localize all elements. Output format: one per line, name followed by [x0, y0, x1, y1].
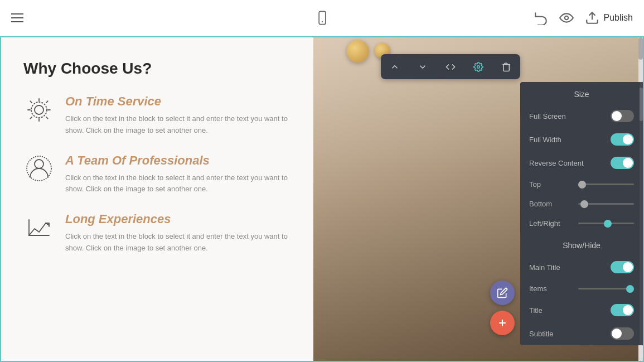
delete-button[interactable]	[492, 54, 520, 79]
canvas-area: Why Choose Us? On Time Service Click on …	[0, 36, 644, 362]
left-right-slider-thumb	[604, 220, 612, 228]
feature-item-3: Long Experiences Click on the text in th…	[23, 212, 291, 254]
full-width-label: Full Width	[529, 136, 561, 144]
full-width-row: Full Width	[520, 128, 643, 151]
feature-text-1: On Time Service Click on the text in the…	[65, 94, 291, 137]
person-icon	[23, 153, 54, 184]
undo-button[interactable]	[534, 11, 548, 25]
gear-icon	[23, 94, 54, 125]
reverse-content-toggle[interactable]	[611, 157, 634, 169]
items-label: Items	[529, 284, 547, 293]
svg-point-10	[477, 65, 480, 68]
left-right-slider[interactable]	[578, 223, 634, 224]
bottom-slider-thumb	[580, 200, 588, 208]
publish-button[interactable]: Publish	[585, 11, 633, 25]
items-slider-row: Items	[520, 279, 643, 298]
top-slider-thumb	[578, 181, 586, 189]
header-left	[11, 13, 23, 22]
full-screen-row: Full Screen	[520, 104, 643, 128]
left-right-slider-row: Left/Right	[520, 214, 643, 233]
svg-point-4	[35, 105, 43, 114]
top-slider[interactable]	[578, 184, 634, 185]
svg-point-2	[564, 16, 568, 20]
left-panel: Why Choose Us? On Time Service Click on …	[1, 37, 313, 361]
phone-view-button[interactable]	[314, 10, 330, 26]
page-scrollbar-thumb	[638, 37, 643, 60]
feature-title-3: Long Experiences	[65, 212, 291, 226]
section-title: Why Choose Us?	[23, 60, 291, 78]
main-title-toggle[interactable]	[611, 261, 634, 273]
feature-desc-2: Click on the text in the block to select…	[65, 172, 291, 196]
edit-fab-button[interactable]	[490, 281, 515, 305]
show-hide-section-title: Show/Hide	[520, 233, 643, 255]
main-area: Why Choose Us? On Time Service Click on …	[0, 36, 644, 362]
top-slider-row: Top	[520, 175, 643, 194]
feature-item-2: A Team Of Professionals Click on the tex…	[23, 153, 291, 196]
feature-title-1: On Time Service	[65, 94, 291, 109]
top-label: Top	[529, 180, 541, 189]
title-toggle[interactable]	[611, 304, 634, 316]
add-fab-button[interactable]	[490, 311, 515, 335]
feature-desc-1: Click on the text in the block to select…	[65, 113, 291, 137]
full-screen-label: Full Screen	[529, 112, 566, 120]
hamburger-menu-icon[interactable]	[11, 13, 23, 22]
bottom-slider[interactable]	[578, 203, 634, 205]
main-title-row: Main Title	[520, 255, 643, 279]
move-down-button[interactable]	[409, 54, 437, 79]
svg-point-5	[31, 102, 47, 118]
settings-panel: Size Full Screen Full Width Reverse Cont…	[520, 82, 643, 345]
block-toolbar	[381, 54, 520, 79]
svg-point-6	[35, 160, 43, 168]
publish-label: Publish	[604, 13, 633, 23]
left-right-label: Left/Right	[529, 219, 560, 228]
chart-icon	[23, 212, 54, 243]
header-center	[314, 10, 330, 26]
subtitle-toggle[interactable]	[611, 327, 634, 340]
feature-text-3: Long Experiences Click on the text in th…	[65, 212, 291, 254]
reverse-content-label: Reverse Content	[529, 159, 584, 167]
feature-text-2: A Team Of Professionals Click on the tex…	[65, 153, 291, 196]
full-screen-toggle[interactable]	[611, 110, 634, 122]
feature-title-2: A Team Of Professionals	[65, 153, 291, 168]
bottom-label: Bottom	[529, 200, 552, 208]
feature-desc-3: Click on the text in the block to select…	[65, 231, 291, 254]
reverse-content-row: Reverse Content	[520, 151, 643, 175]
title-label: Title	[529, 306, 543, 315]
title-row: Title	[520, 298, 643, 322]
settings-button[interactable]	[464, 54, 492, 79]
preview-button[interactable]	[559, 11, 574, 25]
settings-scrollbar-thumb	[640, 88, 643, 121]
bottom-slider-row: Bottom	[520, 194, 643, 214]
code-button[interactable]	[437, 54, 464, 79]
feature-item-1: On Time Service Click on the text in the…	[23, 94, 291, 137]
settings-scrollbar	[640, 82, 643, 345]
subtitle-row: Subtitle	[520, 322, 643, 345]
items-slider[interactable]	[578, 288, 634, 289]
main-title-label: Main Title	[529, 263, 560, 272]
items-slider-thumb	[626, 285, 634, 293]
subtitle-label: Subtitle	[529, 330, 553, 338]
full-width-toggle[interactable]	[611, 133, 634, 146]
size-section-title: Size	[520, 82, 643, 104]
header-right: Publish	[534, 11, 633, 25]
move-up-button[interactable]	[381, 54, 409, 79]
header-bar: Publish	[0, 0, 644, 36]
